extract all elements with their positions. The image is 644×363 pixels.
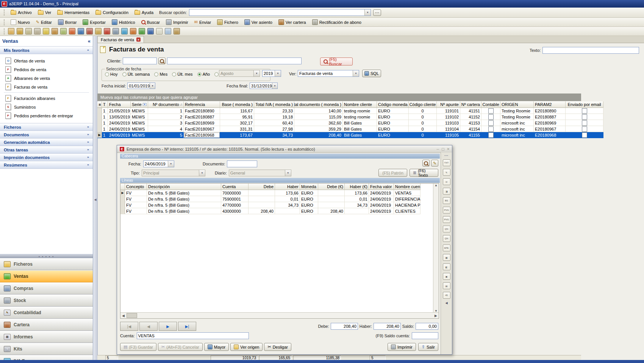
- checkbox-unchecked[interactable]: [488, 126, 494, 132]
- column-header-base-moneda[interactable]: Base ( moneda ): [220, 101, 254, 108]
- search-doc-icon[interactable]: [121, 28, 128, 34]
- nav-kits[interactable]: ⌁Kits: [0, 343, 93, 355]
- tipo-select[interactable]: Principal▼: [142, 170, 205, 176]
- zoom-button[interactable]: [422, 160, 430, 167]
- menu-archivo[interactable]: Archivo: [8, 9, 34, 16]
- attach-button[interactable]: ✎: [431, 160, 438, 167]
- close-tab-icon[interactable]: x: [136, 37, 141, 42]
- cell-enviado-por-email[interactable]: [566, 114, 603, 120]
- f5-buscar-button[interactable]: (F5) Buscar: [320, 58, 353, 65]
- column-header-cuenta[interactable]: Cuenta: [221, 184, 249, 190]
- sidebar-item-suministros[interactable]: SSuministros: [0, 103, 93, 111]
- column-header-origen[interactable]: ORIGEN: [500, 101, 534, 108]
- bell-icon[interactable]: [43, 28, 49, 34]
- radio-mes[interactable]: Mes: [154, 72, 167, 76]
- send-icon[interactable]: [60, 28, 67, 34]
- pvg-icon[interactable]: PVG: [443, 216, 450, 223]
- sidebar-item-pedidos-pendientes[interactable]: PPedidos pendientes de entregar: [0, 111, 93, 120]
- cell-contable[interactable]: [481, 114, 500, 120]
- cell-enviado-por-email[interactable]: [566, 120, 603, 126]
- column-header-n-apunte[interactable]: Nº apunte: [437, 101, 460, 108]
- nav-contabilidad[interactable]: ✎Contabilidad: [0, 307, 93, 319]
- nav-stock[interactable]: Stock: [0, 294, 93, 307]
- checkbox-unchecked[interactable]: [488, 120, 494, 126]
- column-header-codigo-moneda[interactable]: Código moneda: [377, 101, 409, 108]
- company-icon[interactable]: [8, 28, 14, 34]
- column-header-codigo-cliente[interactable]: Código cliente: [409, 101, 437, 108]
- qn2-icon[interactable]: QN: [443, 235, 450, 242]
- user2-icon[interactable]: [95, 28, 102, 34]
- next-record-button[interactable]: ▶: [159, 322, 177, 331]
- table-row[interactable]: ▶FVDe n/fra. 5 (Bill Gates)70000000173,6…: [120, 190, 420, 196]
- tag-icon[interactable]: ◨: [443, 188, 450, 195]
- badge-icon[interactable]: [174, 28, 180, 34]
- desligar-button[interactable]: ✂Desligar: [264, 343, 291, 351]
- vertical-scrollbar[interactable]: ▲ ▼: [433, 184, 439, 313]
- checkbox-unchecked[interactable]: [582, 108, 587, 114]
- filter-icon[interactable]: ▼: [143, 103, 147, 106]
- checkbox-unchecked[interactable]: [582, 114, 587, 120]
- radio-ano[interactable]: Año: [197, 72, 210, 76]
- first-record-button[interactable]: |◀: [120, 322, 138, 331]
- sidebar-group-impresion-documentos[interactable]: Impresión documentos»: [0, 154, 93, 161]
- column-header-nombre-cuenta[interactable]: Nombre cuenta: [394, 184, 420, 190]
- edit-icon[interactable]: ✎: [443, 169, 450, 176]
- minimize-icon[interactable]: ─: [437, 147, 439, 151]
- chevron-down-icon[interactable]: ▼: [364, 9, 370, 16]
- table-row[interactable]: FVDe n/fra. 5 (Bill Gates)43000000208,40…: [120, 208, 420, 214]
- year-select[interactable]: 2019▼: [262, 70, 281, 77]
- column-header-descripcion[interactable]: Descripción: [147, 184, 221, 190]
- maximize-icon[interactable]: ▢: [441, 147, 445, 151]
- calc-icon[interactable]: ▦: [443, 254, 450, 261]
- lock-icon[interactable]: [52, 28, 58, 34]
- search-blue-icon[interactable]: [147, 28, 154, 34]
- cliente-code-input[interactable]: [123, 58, 157, 64]
- column-header-haber[interactable]: Haber: [275, 184, 300, 190]
- user-icon[interactable]: [86, 28, 93, 34]
- delete-button[interactable]: Borrar: [55, 18, 80, 26]
- column-header-concepto[interactable]: Concepto: [125, 184, 147, 190]
- column-header-fecha-valor[interactable]: Fecha valor: [369, 184, 394, 190]
- sidebar-item-ofertas-de-venta[interactable]: OOfertas de venta: [0, 56, 93, 65]
- column-header-n-cartera[interactable]: Nº cartera: [460, 101, 481, 108]
- menu-configuracion[interactable]: Configuración: [93, 9, 131, 16]
- previous-record-button[interactable]: ◀: [139, 322, 158, 331]
- columns-icon[interactable]: [78, 28, 84, 34]
- export-button[interactable]: Exportar: [80, 18, 108, 26]
- clipboard-icon[interactable]: ▤: [443, 282, 450, 289]
- search-option-input[interactable]: ▼: [189, 9, 371, 16]
- fecha-asiento-input[interactable]: 24/06/2019▼: [143, 160, 174, 167]
- column-header-debe-eur[interactable]: Debe (€): [318, 184, 345, 190]
- new-button[interactable]: Nuevo: [8, 18, 33, 26]
- column-header-t[interactable]: T: [102, 101, 108, 108]
- cash-icon[interactable]: [17, 28, 23, 34]
- collapse-sidebar-icon[interactable]: «: [88, 38, 91, 44]
- nav-ventas[interactable]: Ventas: [0, 270, 93, 282]
- column-header-contable[interactable]: Contable: [481, 101, 500, 108]
- sidebar-item-pedidos-de-venta[interactable]: PPedidos de venta: [0, 65, 93, 74]
- scrollbar-thumb[interactable]: [127, 313, 137, 318]
- sidebar-group-documentos[interactable]: Documentos»: [0, 131, 93, 139]
- imprimir-button[interactable]: Imprimir: [388, 343, 416, 351]
- cell-enviado-por-email[interactable]: [566, 108, 603, 114]
- ver-select[interactable]: Facturas de venta▼: [298, 70, 359, 77]
- saldo-cuenta-input[interactable]: [412, 332, 438, 339]
- table-row[interactable]: 124/06/2019MEWS4FactE20180967331,3127,98…: [97, 126, 603, 132]
- f3-guardar-button[interactable]: ▤(F3) Guardar: [120, 343, 156, 351]
- cell-contable[interactable]: [481, 126, 500, 132]
- checkbox-unchecked[interactable]: [582, 120, 587, 126]
- dialog-titlebar[interactable]: E Empresa de demo - Nº interno: 119105 /…: [117, 145, 452, 153]
- menu-ver[interactable]: Ver: [35, 9, 54, 16]
- sidebar-group-otras-tareas[interactable]: Otras tareas»: [0, 146, 93, 154]
- drag-handle[interactable]: [4, 9, 6, 16]
- drag-handle[interactable]: [4, 19, 6, 25]
- copy-icon[interactable]: [25, 28, 32, 34]
- qn-icon[interactable]: QN: [443, 226, 450, 232]
- sidebar-item-facturacion-albaranes[interactable]: FFacturación albaranes: [0, 94, 93, 103]
- group-by-hint-bar[interactable]: Mueva aquí las columnas por las que quie…: [97, 93, 581, 101]
- f5-patron-button[interactable]: (F5) Patrón: [378, 169, 407, 177]
- search-euro-icon[interactable]: [130, 28, 136, 34]
- more-options-button[interactable]: ⋯: [373, 9, 381, 16]
- panel-collapse-strip[interactable]: ◀: [93, 36, 98, 363]
- radio-ult-semana[interactable]: Últ. semana: [122, 72, 150, 76]
